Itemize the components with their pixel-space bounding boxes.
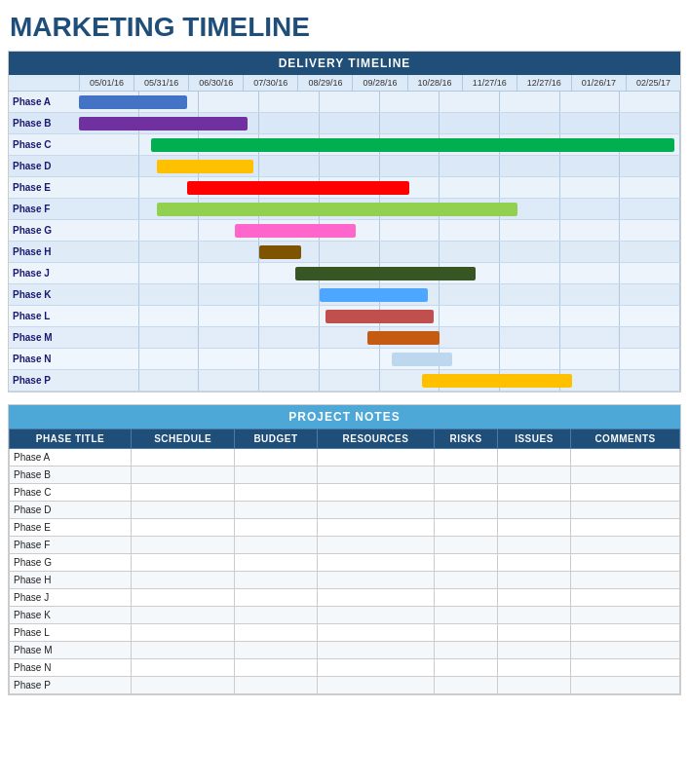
phase-title-cell[interactable]: Phase D	[10, 502, 132, 519]
notes-cell[interactable]	[131, 572, 234, 589]
notes-cell[interactable]	[435, 502, 498, 519]
phase-title-cell[interactable]: Phase C	[10, 484, 132, 502]
notes-cell[interactable]	[317, 677, 435, 694]
phase-title-cell[interactable]: Phase J	[10, 589, 132, 607]
notes-cell[interactable]	[131, 519, 234, 537]
notes-cell[interactable]	[497, 537, 570, 554]
notes-cell[interactable]	[571, 502, 680, 519]
notes-cell[interactable]	[497, 554, 570, 572]
notes-cell[interactable]	[235, 484, 317, 502]
notes-cell[interactable]	[571, 484, 680, 502]
notes-cell[interactable]	[571, 467, 680, 484]
notes-cell[interactable]	[497, 589, 570, 607]
notes-cell[interactable]	[317, 642, 435, 659]
phase-title-cell[interactable]: Phase K	[10, 607, 132, 624]
notes-cell[interactable]	[435, 467, 498, 484]
notes-cell[interactable]	[497, 519, 570, 537]
gantt-chart: Phase APhase BPhase CPhase DPhase EPhase…	[9, 92, 680, 392]
notes-cell[interactable]	[235, 607, 317, 624]
notes-cell[interactable]	[497, 484, 570, 502]
notes-cell[interactable]	[131, 467, 234, 484]
notes-cell[interactable]	[235, 554, 317, 572]
notes-cell[interactable]	[235, 677, 317, 694]
notes-cell[interactable]	[317, 572, 435, 589]
notes-cell[interactable]	[497, 572, 570, 589]
phase-title-cell[interactable]: Phase H	[10, 572, 132, 589]
notes-cell[interactable]	[235, 589, 317, 607]
notes-cell[interactable]	[435, 624, 498, 642]
notes-cell[interactable]	[235, 642, 317, 659]
notes-cell[interactable]	[435, 537, 498, 554]
notes-cell[interactable]	[571, 659, 680, 677]
notes-cell[interactable]	[131, 642, 234, 659]
notes-cell[interactable]	[435, 677, 498, 694]
notes-cell[interactable]	[571, 642, 680, 659]
notes-cell[interactable]	[317, 484, 435, 502]
notes-cell[interactable]	[131, 677, 234, 694]
notes-cell[interactable]	[497, 449, 570, 467]
phase-title-cell[interactable]: Phase A	[10, 449, 132, 467]
phase-title-cell[interactable]: Phase M	[10, 642, 132, 659]
notes-cell[interactable]	[317, 537, 435, 554]
notes-cell[interactable]	[435, 642, 498, 659]
notes-cell[interactable]	[435, 607, 498, 624]
notes-cell[interactable]	[435, 589, 498, 607]
notes-cell[interactable]	[435, 572, 498, 589]
notes-cell[interactable]	[435, 449, 498, 467]
notes-cell[interactable]	[571, 537, 680, 554]
notes-cell[interactable]	[235, 519, 317, 537]
notes-cell[interactable]	[317, 554, 435, 572]
notes-cell[interactable]	[435, 519, 498, 537]
phase-title-cell[interactable]: Phase L	[10, 624, 132, 642]
notes-cell[interactable]	[435, 484, 498, 502]
notes-cell[interactable]	[497, 607, 570, 624]
notes-cell[interactable]	[317, 659, 435, 677]
notes-cell[interactable]	[571, 677, 680, 694]
notes-cell[interactable]	[571, 572, 680, 589]
notes-cell[interactable]	[131, 484, 234, 502]
notes-cell[interactable]	[131, 537, 234, 554]
gantt-row: Phase J	[9, 263, 680, 284]
notes-cell[interactable]	[571, 449, 680, 467]
notes-cell[interactable]	[235, 572, 317, 589]
notes-cell[interactable]	[317, 607, 435, 624]
notes-cell[interactable]	[571, 519, 680, 537]
phase-title-cell[interactable]: Phase E	[10, 519, 132, 537]
notes-cell[interactable]	[235, 624, 317, 642]
notes-cell[interactable]	[131, 502, 234, 519]
phase-title-cell[interactable]: Phase G	[10, 554, 132, 572]
notes-cell[interactable]	[571, 554, 680, 572]
notes-cell[interactable]	[497, 677, 570, 694]
notes-cell[interactable]	[317, 519, 435, 537]
phase-title-cell[interactable]: Phase B	[10, 467, 132, 484]
notes-cell[interactable]	[131, 659, 234, 677]
notes-cell[interactable]	[235, 537, 317, 554]
notes-cell[interactable]	[571, 589, 680, 607]
phase-title-cell[interactable]: Phase N	[10, 659, 132, 677]
notes-cell[interactable]	[235, 659, 317, 677]
notes-cell[interactable]	[317, 449, 435, 467]
notes-cell[interactable]	[131, 624, 234, 642]
notes-cell[interactable]	[435, 554, 498, 572]
notes-cell[interactable]	[497, 624, 570, 642]
notes-cell[interactable]	[497, 502, 570, 519]
notes-cell[interactable]	[317, 502, 435, 519]
phase-title-cell[interactable]: Phase F	[10, 537, 132, 554]
notes-cell[interactable]	[497, 642, 570, 659]
notes-cell[interactable]	[131, 554, 234, 572]
notes-cell[interactable]	[235, 502, 317, 519]
notes-cell[interactable]	[435, 659, 498, 677]
notes-cell[interactable]	[317, 589, 435, 607]
notes-cell[interactable]	[131, 449, 234, 467]
notes-cell[interactable]	[317, 467, 435, 484]
notes-cell[interactable]	[235, 449, 317, 467]
notes-cell[interactable]	[571, 607, 680, 624]
phase-title-cell[interactable]: Phase P	[10, 677, 132, 694]
notes-cell[interactable]	[497, 467, 570, 484]
notes-cell[interactable]	[317, 624, 435, 642]
notes-cell[interactable]	[235, 467, 317, 484]
notes-cell[interactable]	[497, 659, 570, 677]
notes-cell[interactable]	[131, 589, 234, 607]
notes-cell[interactable]	[131, 607, 234, 624]
notes-cell[interactable]	[571, 624, 680, 642]
